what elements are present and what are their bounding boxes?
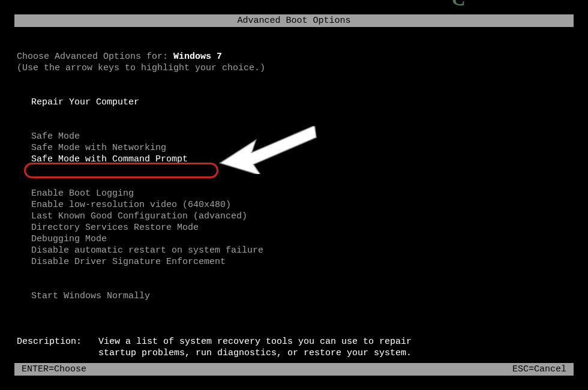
menu-item-start-normally[interactable]: Start Windows Normally bbox=[17, 290, 574, 302]
os-name: Windows 7 bbox=[173, 52, 222, 62]
menu-item-safe-mode-networking[interactable]: Safe Mode with Networking bbox=[17, 142, 574, 154]
menu-item-debugging[interactable]: Debugging Mode bbox=[17, 233, 574, 245]
menu-item-disable-restart[interactable]: Disable automatic restart on system fail… bbox=[17, 245, 574, 256]
description-row: Description: View a list of system recov… bbox=[17, 336, 574, 359]
menu-item-last-known[interactable]: Last Known Good Configuration (advanced) bbox=[17, 211, 574, 222]
menu-item-repair[interactable]: Repair Your Computer bbox=[17, 97, 574, 108]
title-bar: Advanced Boot Options bbox=[14, 14, 574, 27]
description-text: View a list of system recovery tools you… bbox=[98, 336, 412, 359]
instruction-line: (Use the arrow keys to highlight your ch… bbox=[17, 62, 574, 74]
menu-item-safe-mode[interactable]: Safe Mode bbox=[17, 131, 574, 142]
description-line2: startup problems, run diagnostics, or re… bbox=[98, 347, 412, 359]
description-label: Description: bbox=[17, 336, 98, 359]
content-area: Choose Advanced Options for: Windows 7 (… bbox=[14, 27, 574, 359]
footer-esc: ESC=Cancel bbox=[512, 364, 566, 374]
menu-item-directory-services[interactable]: Directory Services Restore Mode bbox=[17, 222, 574, 233]
menu-item-boot-logging[interactable]: Enable Boot Logging bbox=[17, 188, 574, 199]
footer-enter: ENTER=Choose bbox=[22, 364, 86, 374]
watermark-text: 2-remove-virus.com bbox=[191, 0, 469, 14]
description-line1: View a list of system recovery tools you… bbox=[98, 336, 412, 347]
menu-item-low-res[interactable]: Enable low-resolution video (640x480) bbox=[17, 199, 574, 211]
choose-prefix: Choose Advanced Options for: bbox=[17, 52, 168, 62]
menu-item-disable-signature[interactable]: Disable Driver Signature Enforcement bbox=[17, 256, 574, 268]
menu-item-safe-mode-cmd[interactable]: Safe Mode with Command Prompt bbox=[17, 154, 574, 165]
choose-line: Choose Advanced Options for: Windows 7 bbox=[17, 51, 574, 62]
boot-screen: Advanced Boot Options Choose Advanced Op… bbox=[14, 14, 574, 376]
footer-bar: ENTER=Choose ESC=Cancel bbox=[14, 363, 574, 376]
